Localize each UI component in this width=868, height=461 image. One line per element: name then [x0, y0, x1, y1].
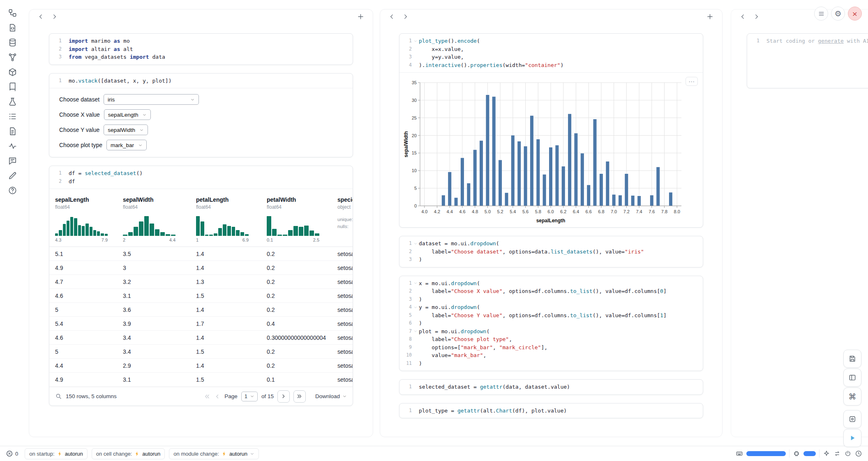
- x-value-dropdown[interactable]: sepalLength: [104, 109, 151, 120]
- code-line[interactable]: 1mo.vstack([dataset, x, y, plot]): [49, 77, 353, 85]
- cell-xy-plot-dropdowns[interactable]: 1x = mo.ui.dropdown(2 label="Choose X va…: [399, 276, 703, 371]
- graph-icon[interactable]: [8, 53, 17, 62]
- cell-dataframe[interactable]: 1df = selected_dataset()2df sepalLengthf…: [49, 166, 353, 406]
- table-row[interactable]: 4.93.11.50.1setosa: [49, 373, 353, 387]
- swap-icon[interactable]: [833, 450, 841, 457]
- code-line[interactable]: 1df = selected_dataset(): [49, 169, 353, 177]
- code-line[interactable]: 9 options=["mark_bar", "mark_circle"],: [399, 343, 703, 352]
- table-row[interactable]: 53.61.40.2setosa: [49, 303, 353, 317]
- cell-vstack[interactable]: 1mo.vstack([dataset, x, y, plot]) Choose…: [49, 73, 353, 158]
- column-header-petalWidth[interactable]: petalWidthfloat640.12.5: [267, 196, 337, 242]
- column-right-prev-button[interactable]: [739, 13, 746, 20]
- column-right-next-button[interactable]: [753, 13, 760, 20]
- altair-bar-chart[interactable]: 4.04.24.44.64.85.05.25.45.65.86.06.26.46…: [403, 78, 686, 226]
- code-line[interactable]: 4y = mo.ui.dropdown(: [399, 303, 703, 311]
- code-line[interactable]: 1plot_type().encode(: [399, 37, 703, 45]
- table-row[interactable]: 53.41.50.2setosa: [49, 345, 353, 359]
- chart-actions-button[interactable]: ⋯: [686, 77, 698, 86]
- code-line[interactable]: 2 x=x.value,: [399, 45, 703, 53]
- table-row[interactable]: 4.42.91.40.2setosa: [49, 359, 353, 373]
- column-left-next-button[interactable]: [51, 13, 58, 20]
- code-line[interactable]: 8 label="Choose plot type",: [399, 335, 703, 343]
- table-row[interactable]: 5.13.51.40.2setosa: [49, 247, 353, 261]
- close-button[interactable]: ×: [848, 7, 862, 21]
- fold-icon[interactable]: [412, 305, 419, 309]
- next-page-button[interactable]: [277, 390, 290, 403]
- code-line[interactable]: 3from vega_datasets import data: [49, 53, 353, 61]
- prev-page-button[interactable]: [214, 393, 221, 400]
- add-cell-button[interactable]: [706, 13, 714, 21]
- table-search-icon[interactable]: [55, 393, 62, 400]
- gear-button[interactable]: ⚙: [831, 7, 845, 21]
- last-page-button[interactable]: [293, 390, 306, 403]
- file-tree-icon[interactable]: [8, 8, 17, 18]
- code-line[interactable]: 1selected_dataset = getattr(data, datase…: [399, 383, 703, 391]
- code-line[interactable]: 5 label="Choose Y value", options=df.col…: [399, 311, 703, 320]
- column-left-prev-button[interactable]: [37, 13, 44, 20]
- cell-imports[interactable]: 1import marimo as mo2import altair as al…: [49, 33, 353, 65]
- code-line[interactable]: 2df: [49, 177, 353, 186]
- dataset-dropdown[interactable]: iris: [104, 94, 199, 105]
- code-line[interactable]: 3): [399, 256, 703, 264]
- fold-icon[interactable]: [412, 39, 419, 43]
- code-line[interactable]: 3): [399, 295, 703, 304]
- code-line[interactable]: 3 y=y.value,: [399, 53, 703, 61]
- column-header-petalLength[interactable]: petalLengthfloat6416.9: [196, 196, 267, 242]
- fold-icon[interactable]: [412, 281, 419, 285]
- code-line[interactable]: 1dataset = mo.ui.dropdown(: [399, 240, 703, 248]
- pencil-icon[interactable]: [8, 171, 17, 180]
- code-line[interactable]: 10 value="mark_bar",: [399, 351, 703, 360]
- logs-icon[interactable]: [8, 112, 17, 121]
- fold-icon[interactable]: [412, 329, 419, 333]
- autorun-segment[interactable]: on module change:autorun: [169, 448, 259, 459]
- power-icon[interactable]: [844, 450, 852, 457]
- help-icon[interactable]: [8, 186, 17, 195]
- error-indicator[interactable]: 0: [6, 450, 18, 457]
- activity-icon[interactable]: [8, 141, 17, 151]
- memory-icon[interactable]: [793, 450, 800, 457]
- generate-with-ai-link[interactable]: generate: [818, 38, 844, 44]
- code-line[interactable]: 2 label="Choose X value", options=df.col…: [399, 287, 703, 295]
- table-row[interactable]: 4.63.11.50.2setosa: [49, 289, 353, 303]
- code-line[interactable]: 2 label="Choose dataset", options=data.l…: [399, 248, 703, 256]
- cell-selected-dataset[interactable]: 1selected_dataset = getattr(data, datase…: [399, 379, 703, 395]
- clock-icon[interactable]: [855, 450, 862, 457]
- database-icon[interactable]: [8, 38, 17, 47]
- code-line[interactable]: 6): [399, 319, 703, 327]
- code-line[interactable]: 4).interactive().properties(width="conta…: [399, 61, 703, 69]
- document-icon[interactable]: [8, 127, 17, 136]
- fold-icon[interactable]: [412, 242, 419, 246]
- cell-plot-type[interactable]: 1plot_type = getattr(alt.Chart(df), plot…: [399, 403, 703, 419]
- save-button[interactable]: [843, 350, 861, 368]
- book-icon[interactable]: [8, 82, 17, 92]
- chat-icon[interactable]: [8, 156, 17, 166]
- table-row[interactable]: 4.73.21.30.2setosa: [49, 275, 353, 289]
- code-line[interactable]: 1 Start coding or generate with AI: [747, 37, 868, 45]
- code-line[interactable]: 1plot_type = getattr(alt.Chart(df), plot…: [399, 407, 703, 415]
- file-code-icon[interactable]: [8, 23, 17, 32]
- frame-button[interactable]: [843, 410, 861, 428]
- column-header-species[interactable]: speciesobjectunique:nulls:: [337, 196, 353, 242]
- page-select[interactable]: 1: [241, 392, 258, 401]
- code-line[interactable]: 1import marimo as mo: [49, 37, 353, 45]
- first-page-button[interactable]: [204, 393, 210, 400]
- add-cell-button[interactable]: [357, 13, 365, 21]
- flask-icon[interactable]: [8, 97, 17, 106]
- keyboard-icon[interactable]: [736, 450, 743, 457]
- package-icon[interactable]: [8, 67, 17, 77]
- column-middle-next-button[interactable]: [402, 13, 409, 20]
- autorun-segment[interactable]: on startup:autorun: [25, 448, 88, 459]
- code-line[interactable]: 11): [399, 360, 703, 368]
- cell-dataset-dropdown[interactable]: 1dataset = mo.ui.dropdown(2 label="Choos…: [399, 236, 703, 267]
- plot-type-dropdown[interactable]: mark_bar: [106, 140, 147, 150]
- new-cell[interactable]: 1 Start coding or generate with AI: [747, 33, 868, 88]
- autorun-segment[interactable]: on cell change:autorun: [92, 448, 165, 459]
- y-value-dropdown[interactable]: sepalWidth: [104, 124, 148, 135]
- command-button[interactable]: ⌘: [843, 387, 861, 406]
- table-row[interactable]: 4.931.40.2setosa: [49, 261, 353, 275]
- menu-button[interactable]: [814, 7, 828, 21]
- code-line[interactable]: 1x = mo.ui.dropdown(: [399, 279, 703, 288]
- code-line[interactable]: 2import altair as alt: [49, 45, 353, 53]
- run-button[interactable]: [843, 429, 861, 447]
- ai-icon[interactable]: [823, 450, 830, 457]
